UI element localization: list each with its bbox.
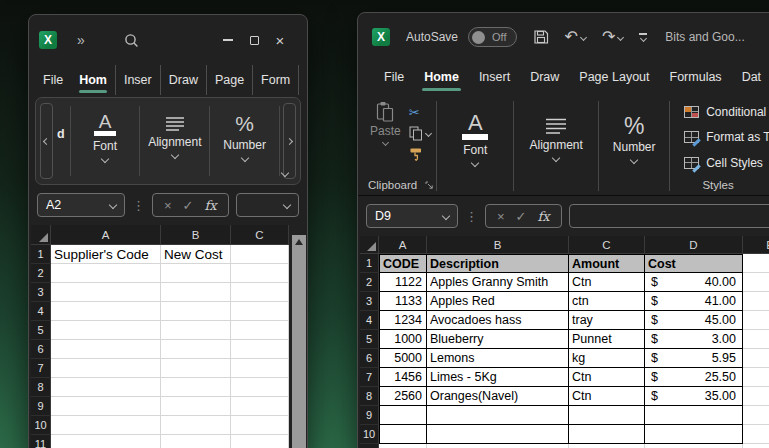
cell-A1[interactable]: Supplier's Code — [51, 245, 161, 264]
tab-file[interactable]: File — [374, 61, 414, 93]
row-header-11[interactable]: 11 — [360, 444, 379, 448]
cell-A4[interactable]: 1234 — [379, 311, 427, 330]
cell-E7[interactable] — [743, 368, 769, 387]
cell-D7[interactable]: $25.50 — [645, 368, 743, 387]
tab-hom[interactable]: Hom — [71, 65, 115, 95]
row-header-6[interactable]: 6 — [360, 349, 379, 368]
redo-button[interactable]: ↷ — [602, 29, 623, 45]
cell-E3[interactable] — [743, 292, 769, 311]
tab-home[interactable]: Home — [414, 61, 469, 93]
row-header-3[interactable]: 3 — [31, 283, 51, 302]
row-header-8[interactable]: 8 — [360, 387, 379, 406]
cell-B8[interactable]: Oranges(Navel) — [427, 387, 569, 406]
cell-E2[interactable] — [743, 273, 769, 292]
cell-E1[interactable] — [743, 254, 769, 273]
row-header-9[interactable]: 9 — [31, 397, 51, 416]
tab-insert[interactable]: Insert — [469, 61, 520, 93]
cell-B11[interactable] — [427, 444, 569, 448]
cell-D1[interactable]: Cost — [645, 254, 743, 273]
cell-A10[interactable] — [379, 425, 427, 444]
maximize-button[interactable] — [241, 27, 267, 53]
cell-C11[interactable] — [569, 444, 645, 448]
row-header-1[interactable]: 1 — [31, 245, 51, 264]
font-group-button[interactable]: A Font — [439, 97, 511, 195]
ribbon-scroll-left-button[interactable] — [40, 103, 53, 179]
number-group-button[interactable]: % Number — [212, 102, 277, 180]
row-header-1[interactable]: 1 — [360, 254, 379, 273]
cell-E11[interactable] — [743, 444, 769, 448]
row-header-4[interactable]: 4 — [31, 302, 51, 321]
cell-E8[interactable] — [743, 387, 769, 406]
cell-B4[interactable] — [161, 302, 231, 321]
quick-access-overflow-icon[interactable]: » — [77, 32, 84, 48]
cell-E5[interactable] — [743, 330, 769, 349]
cell-B7[interactable] — [161, 359, 231, 378]
cell-B9[interactable] — [427, 406, 569, 425]
cancel-icon[interactable]: × — [164, 198, 172, 213]
cell-B7[interactable]: Limes - 5Kg — [427, 368, 569, 387]
cell-A8[interactable]: 2560 — [379, 387, 427, 406]
row-header-8[interactable]: 8 — [31, 378, 51, 397]
tab-page-layout[interactable]: Page Layout — [569, 61, 659, 93]
cell-B2[interactable] — [161, 264, 231, 283]
cell-A7[interactable]: 1456 — [379, 368, 427, 387]
cell-D4[interactable]: $45.00 — [645, 311, 743, 330]
tab-dat[interactable]: Dat — [732, 61, 769, 93]
minimize-button[interactable] — [215, 27, 241, 53]
cell-styles-button[interactable]: Cell Styles — [684, 150, 769, 175]
enter-icon[interactable]: ✓ — [516, 209, 527, 224]
customize-quick-access-icon[interactable] — [639, 33, 647, 40]
cell-A7[interactable] — [51, 359, 161, 378]
undo-button[interactable]: ↶ — [565, 29, 586, 45]
insert-function-icon[interactable]: fx — [204, 198, 216, 213]
cell-A3[interactable] — [51, 283, 161, 302]
cell-C5[interactable]: Punnet — [569, 330, 645, 349]
row-header-5[interactable]: 5 — [360, 330, 379, 349]
column-header-C[interactable]: C — [231, 225, 289, 245]
cell-B6[interactable] — [161, 340, 231, 359]
row-header-2[interactable]: 2 — [360, 273, 379, 292]
alignment-group-button[interactable]: Alignment — [142, 102, 207, 180]
cut-button[interactable]: ✂ — [409, 104, 431, 120]
tab-file[interactable]: File — [35, 65, 71, 95]
cell-A1[interactable]: CODE — [379, 254, 427, 273]
column-header-A[interactable]: A — [379, 236, 427, 254]
font-group-button[interactable]: A Font — [73, 102, 138, 180]
cell-C4[interactable] — [231, 302, 289, 321]
cell-A10[interactable] — [51, 416, 161, 435]
formula-bar-input[interactable] — [569, 204, 769, 228]
dialog-launcher-icon[interactable] — [425, 181, 434, 190]
search-icon[interactable] — [124, 33, 139, 48]
cell-A8[interactable] — [51, 378, 161, 397]
formula-bar-collapsed[interactable] — [236, 193, 299, 217]
select-all-corner[interactable] — [360, 236, 379, 254]
row-header-7[interactable]: 7 — [31, 359, 51, 378]
column-header-E[interactable]: E — [743, 236, 769, 254]
cell-C2[interactable] — [231, 264, 289, 283]
cell-C2[interactable]: Ctn — [569, 273, 645, 292]
name-box[interactable]: A2 — [37, 193, 125, 217]
enter-icon[interactable]: ✓ — [183, 198, 194, 213]
cell-E4[interactable] — [743, 311, 769, 330]
cell-D9[interactable] — [645, 406, 743, 425]
cell-B6[interactable]: Lemons — [427, 349, 569, 368]
cell-D11[interactable] — [645, 444, 743, 448]
cell-A5[interactable] — [51, 321, 161, 340]
cell-C8[interactable] — [231, 378, 289, 397]
column-header-B[interactable]: B — [161, 225, 231, 245]
cell-D2[interactable]: $40.00 — [645, 273, 743, 292]
cell-A6[interactable] — [51, 340, 161, 359]
row-header-10[interactable]: 10 — [360, 425, 379, 444]
cell-A2[interactable]: 1122 — [379, 273, 427, 292]
cell-B11[interactable] — [161, 435, 231, 448]
cell-C8[interactable]: Ctn — [569, 387, 645, 406]
copy-dropdown-icon[interactable] — [425, 129, 432, 136]
insert-function-icon[interactable]: fx — [538, 209, 550, 224]
tab-draw[interactable]: Draw — [520, 61, 569, 93]
redo-dropdown-icon[interactable] — [617, 33, 624, 40]
tab-page[interactable]: Page — [206, 65, 252, 95]
cell-B9[interactable] — [161, 397, 231, 416]
cell-D3[interactable]: $41.00 — [645, 292, 743, 311]
cell-D8[interactable]: $35.00 — [645, 387, 743, 406]
cell-E10[interactable] — [743, 425, 769, 444]
